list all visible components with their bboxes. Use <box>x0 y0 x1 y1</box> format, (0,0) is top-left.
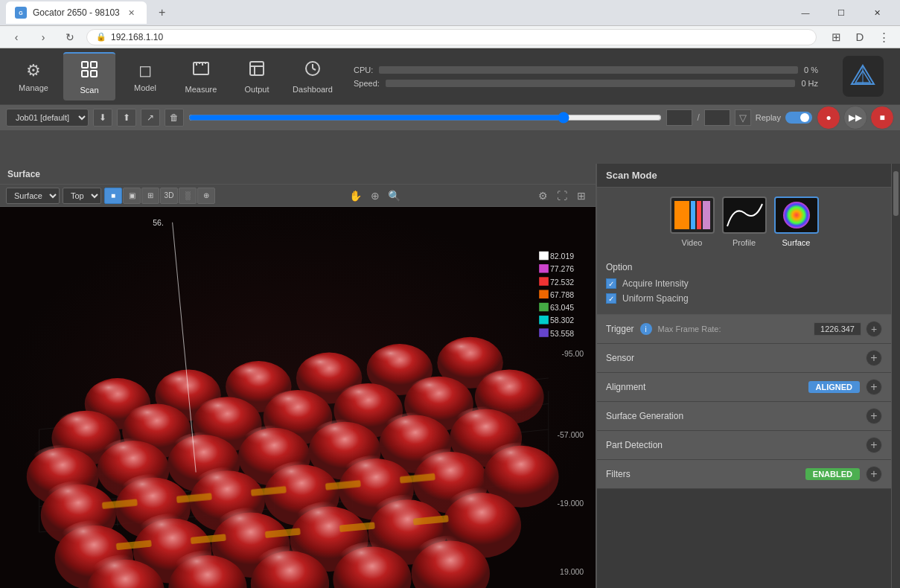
url-box[interactable]: 🔒 192.168.1.10 <box>86 29 817 45</box>
job-select[interactable]: Job01 [default] <box>6 109 89 127</box>
view-overlay-button[interactable]: ⊕ <box>197 188 215 204</box>
svg-rect-126 <box>539 277 549 286</box>
option-label-intensity: Acquire Intensity <box>622 278 689 289</box>
minimize-button[interactable]: — <box>788 1 823 24</box>
svg-rect-124 <box>539 264 549 273</box>
section-alignment[interactable]: Alignment ALIGNED + <box>597 373 891 402</box>
nav-item-manage[interactable]: ⚙ Manage <box>7 52 60 100</box>
view-mono-button[interactable]: ▣ <box>123 188 141 204</box>
replay-slider[interactable] <box>188 112 662 124</box>
profile-button[interactable]: D <box>849 27 870 48</box>
mode-card-video[interactable]: Video <box>670 196 715 247</box>
checkbox-intensity[interactable]: ✓ <box>606 278 616 289</box>
frame-input[interactable]: 4 <box>666 109 692 126</box>
measure-icon <box>192 60 210 82</box>
svg-point-61 <box>100 438 166 476</box>
fullscreen-button[interactable]: ⛶ <box>554 188 570 204</box>
trigger-info-icon[interactable]: i <box>640 323 652 335</box>
svg-point-67 <box>312 419 377 457</box>
mode-surface-label: Surface <box>782 238 811 247</box>
view-grid-button[interactable]: ⊞ <box>141 188 159 204</box>
scrollbar-thumb[interactable] <box>893 171 899 216</box>
forward-button[interactable]: › <box>33 27 54 48</box>
svg-point-53 <box>337 383 400 418</box>
pan-button[interactable]: ✋ <box>348 188 364 204</box>
zoom-button[interactable]: 🔍 <box>386 188 403 204</box>
view-angle-select[interactable]: Top <box>63 188 101 204</box>
measure-action-button[interactable]: ⊕ <box>367 188 383 204</box>
section-sensor[interactable]: Sensor + <box>597 344 891 373</box>
part-detection-label: Part Detection <box>606 440 866 450</box>
download-button[interactable]: ⬇ <box>93 109 112 127</box>
nav-item-measure[interactable]: Measure <box>175 52 227 100</box>
filters-expand-icon[interactable]: + <box>866 466 882 482</box>
svg-point-81 <box>342 456 411 496</box>
sensor-expand-icon[interactable]: + <box>866 350 882 366</box>
replay-controls: ● ▶▶ ■ <box>817 106 894 130</box>
tab-title: Gocator 2650 - 98103 <box>33 7 120 18</box>
stop-button[interactable]: ■ <box>870 106 894 130</box>
trigger-add-button[interactable]: + <box>866 321 882 337</box>
settings-2-button[interactable]: ⚙ <box>534 188 551 204</box>
svg-text:56.: 56. <box>153 218 164 228</box>
play-button[interactable]: ▶▶ <box>843 106 867 130</box>
option-row-spacing: ✓ Uniform Spacing <box>606 293 882 304</box>
svg-rect-128 <box>539 290 549 299</box>
right-panel: Scan Mode Video <box>597 164 891 588</box>
svg-text:G: G <box>19 10 23 16</box>
browser-tab[interactable]: G Gocator 2650 - 98103 ✕ <box>6 1 147 24</box>
expand-button[interactable]: ⊞ <box>573 188 590 204</box>
view-type-select[interactable]: Surface <box>6 188 60 204</box>
extensions-button[interactable]: ⊞ <box>826 27 846 48</box>
dashboard-icon <box>304 60 322 82</box>
scrollbar[interactable] <box>891 164 900 588</box>
back-button[interactable]: ‹ <box>6 27 27 48</box>
maximize-button[interactable]: ☐ <box>824 1 858 24</box>
svg-rect-144 <box>724 198 765 232</box>
new-tab-button[interactable]: + <box>153 3 172 22</box>
view-opacity-button[interactable]: ░ <box>179 188 197 204</box>
svg-point-55 <box>407 377 470 411</box>
frame-total[interactable]: 4 <box>704 109 730 126</box>
section-surface-generation[interactable]: Surface Generation + <box>597 402 891 431</box>
view-color-button[interactable]: ■ <box>104 188 122 204</box>
browser-tab-icon: G <box>15 7 27 19</box>
sensor-label: Sensor <box>606 353 866 363</box>
svg-text:63.045: 63.045 <box>550 303 574 313</box>
alignment-expand-icon[interactable]: + <box>866 379 882 395</box>
svg-rect-130 <box>539 303 549 312</box>
checkbox-spacing[interactable]: ✓ <box>606 293 616 304</box>
surface-generation-expand-icon[interactable]: + <box>866 408 882 424</box>
nav-item-dashboard[interactable]: Dashboard <box>287 52 339 100</box>
replay-toggle[interactable] <box>785 112 812 124</box>
delete-button[interactable]: 🗑 <box>165 109 184 127</box>
nav-label-scan: Scan <box>80 86 98 95</box>
close-button[interactable]: ✕ <box>860 1 894 24</box>
refresh-button[interactable]: ↻ <box>60 27 80 48</box>
mode-card-profile[interactable]: Profile <box>722 196 767 247</box>
right-panel-title: Scan Mode <box>597 164 891 188</box>
export-button[interactable]: ↗ <box>141 109 160 127</box>
svg-text:67.788: 67.788 <box>550 290 574 299</box>
part-detection-expand-icon[interactable]: + <box>866 437 882 453</box>
surface-svg: -95.00 -57.000 -19.000 19.000 82.019 77.… <box>0 207 596 588</box>
alignment-badge: ALIGNED <box>808 381 861 393</box>
nav-item-output[interactable]: Output <box>231 52 283 100</box>
nav-label-manage: Manage <box>19 83 48 92</box>
upload-button[interactable]: ⬆ <box>117 109 136 127</box>
view-3d-button[interactable]: 3D <box>160 188 178 204</box>
surface-generation-label: Surface Generation <box>606 411 866 421</box>
svg-point-49 <box>196 397 258 431</box>
viz-area: simplified view 68.894 <box>0 207 596 588</box>
menu-button[interactable]: ⋮ <box>873 27 894 48</box>
record-button[interactable]: ● <box>817 106 840 130</box>
filter-button[interactable]: ▽ <box>735 109 751 126</box>
nav-item-model[interactable]: ◻ Model <box>119 52 171 100</box>
section-filters[interactable]: Filters ENABLED + <box>597 460 891 489</box>
section-part-detection[interactable]: Part Detection + <box>597 431 891 460</box>
mode-card-surface[interactable]: Surface <box>774 196 819 247</box>
nav-item-scan[interactable]: Scan <box>63 52 115 100</box>
view-controls: Surface Top ■ ▣ ⊞ 3D ░ ⊕ ✋ ⊕ 🔍 ⚙ ⛶ ⊞ <box>0 185 596 207</box>
tab-close-button[interactable]: ✕ <box>126 7 138 19</box>
svg-point-97 <box>446 488 518 532</box>
